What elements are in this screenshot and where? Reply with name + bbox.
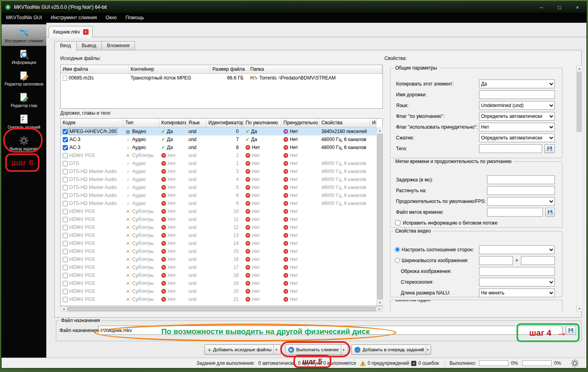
track-row[interactable]: DTS♪Аудио×Нетund1×Нет×Нет48000 Гц, 6 кан… [61, 159, 376, 167]
column-header[interactable]: Имя файла [61, 65, 129, 74]
fix-bitstream-checkbox[interactable] [395, 220, 400, 225]
track-checkbox[interactable] [63, 129, 68, 134]
dimensions-radio[interactable] [395, 258, 400, 263]
add-source-files-button[interactable]: + Добавить исходные файлы ▾ [204, 344, 281, 355]
track-row[interactable]: DTS-HD Master Audio♪Аудио×Нетund5×Нет×Не… [61, 183, 376, 191]
column-header[interactable]: Папка [248, 65, 382, 74]
track-row[interactable]: HDMV PGSAСубтитры×Нетund11×Нет×Нет [61, 215, 376, 223]
sidebar-item-job-queue[interactable]: Очередь заданий [2, 111, 46, 132]
height-input[interactable] [521, 256, 555, 265]
timestamps-input[interactable] [487, 208, 543, 217]
scroll-up-arrow[interactable]: ▴ [377, 127, 383, 133]
menu-item-0[interactable]: MKVToolNix GUI [2, 13, 46, 23]
minimize-button[interactable]: – [533, 2, 550, 13]
track-row[interactable]: HDMV PGSAСубтитры×Нетund19×Нет×Нет [61, 279, 376, 287]
track-checkbox[interactable] [63, 289, 68, 294]
track-checkbox[interactable] [63, 281, 68, 286]
track-row[interactable]: HDMV PGSAСубтитры×Нетund20×Нет×Нет [61, 287, 376, 295]
maximize-button[interactable]: □ [550, 2, 568, 13]
track-row[interactable]: HDMV PGSAСубтитры×Нетund10×Нет×Нет [61, 207, 376, 215]
cropping-input[interactable] [479, 267, 555, 276]
track-checkbox[interactable] [63, 273, 68, 278]
subtab-1[interactable]: Вывод [77, 41, 102, 50]
scroll-thumb[interactable] [377, 134, 382, 299]
track-checkbox[interactable] [63, 185, 68, 190]
menu-item-2[interactable]: Окно [101, 13, 121, 23]
general-select[interactable]: Undetermined (und) [479, 101, 555, 110]
track-row[interactable]: HDMV PGSAСубтитры×Нетund17×Нет×Нет [61, 263, 376, 271]
subtab-0[interactable]: Ввод [54, 41, 77, 51]
scroll-down-arrow[interactable]: ▾ [576, 306, 582, 312]
general-select[interactable]: Определить автоматически [479, 112, 555, 121]
subtab-2[interactable]: Вложения [102, 41, 135, 50]
timestamps-select[interactable] [487, 197, 555, 206]
column-header[interactable]: Идентификатор [206, 119, 244, 127]
track-row[interactable]: AC-3♪Аудио✓Даund7✓Да×Нет48000 Гц, 6 кана… [61, 135, 376, 143]
file-tab[interactable]: Хищник.mkv × [49, 26, 93, 38]
track-checkbox[interactable] [63, 193, 68, 198]
general-input[interactable] [479, 144, 542, 153]
add-to-job-queue-button[interactable]: → Добавить в очередь заданий ▾ [351, 344, 431, 355]
column-header[interactable]: Им [370, 119, 376, 127]
timestamps-browse-button[interactable] [545, 208, 555, 217]
tracks-vertical-scrollbar[interactable]: ▴ ▾ [376, 127, 382, 306]
track-checkbox[interactable] [63, 137, 68, 142]
track-row[interactable]: DTS-HD Master Audio♪Аудио×Нетund3×Нет×Не… [61, 167, 376, 175]
nalu-select[interactable]: Не менять [479, 288, 555, 297]
track-checkbox[interactable] [63, 233, 68, 238]
track-row[interactable]: HDMV PGSAСубтитры×Нетund13×Нет×Нет [61, 231, 376, 239]
track-checkbox[interactable] [63, 201, 68, 206]
scroll-down-arrow[interactable]: ▾ [377, 300, 383, 306]
column-header[interactable]: Язык [186, 119, 206, 127]
timestamps-input[interactable] [487, 175, 555, 184]
track-checkbox[interactable] [63, 145, 68, 150]
track-checkbox[interactable] [63, 257, 68, 262]
track-checkbox[interactable] [63, 297, 68, 302]
scroll-right-arrow[interactable]: ▸ [376, 306, 382, 312]
track-row[interactable]: HDMV PGSAСубтитры×Нетund18×Нет×Нет [61, 271, 376, 279]
column-header[interactable]: Свойства [319, 119, 370, 127]
sidebar-item-info[interactable]: Информация [2, 46, 46, 68]
track-row[interactable]: HDMV PGSAСубтитры×Нетund21×Нет×Нет [61, 295, 376, 303]
track-row[interactable]: DTS-HD Master Audio♪Аудио×Нетund6×Нет×Не… [61, 191, 376, 199]
column-header[interactable]: Копировать э [159, 119, 186, 127]
add-source-dropdown-arrow[interactable]: ▾ [273, 345, 279, 354]
sidebar-item-header-editor[interactable]: Редактор заголовков [2, 68, 46, 89]
track-checkbox[interactable] [63, 169, 68, 174]
aspect-ratio-radio[interactable] [395, 247, 400, 252]
sidebar-item-job-output[interactable]: Вывод задания [2, 132, 46, 154]
track-row[interactable]: MPEG-H/HEVC/h.265▦Видео✓Даund0✓Да×Нет384… [61, 127, 376, 135]
track-checkbox[interactable] [63, 153, 68, 158]
column-header[interactable]: Контейнер [129, 65, 210, 74]
column-header[interactable]: Размер файла [210, 65, 248, 74]
track-checkbox[interactable] [63, 209, 68, 214]
scroll-thumb[interactable] [577, 72, 582, 132]
stereoscopy-select[interactable] [479, 278, 555, 286]
sidebar-item-merge-tool[interactable]: Инструмент слияния [2, 24, 46, 46]
scroll-left-arrow[interactable]: ◂ [61, 306, 67, 312]
track-row[interactable]: HDMV PGSAСубтитры×Нетund12×Нет×Нет [61, 223, 376, 231]
source-file-row[interactable]: 00685.m2tsТранспортный поток MPEG66.6 ГБ… [61, 74, 382, 82]
track-row[interactable]: DTS-HD Master Audio♪Аудио×Нетund9×Нет×Не… [61, 199, 376, 207]
track-row[interactable]: HDMV PGSAСубтитры×Нетund16×Нет×Нет [61, 255, 376, 263]
track-checkbox[interactable] [63, 161, 68, 166]
column-header[interactable]: Принудительно [281, 119, 319, 127]
timestamps-input[interactable] [487, 186, 555, 195]
column-header[interactable]: По умолчанию [244, 119, 281, 127]
track-checkbox[interactable] [63, 241, 68, 246]
track-row[interactable]: HDMV PGSAСубтитры×Нетund15×Нет×Нет [61, 247, 376, 255]
scroll-thumb[interactable] [67, 307, 376, 311]
properties-vertical-scrollbar[interactable]: ▴ ▾ [576, 66, 582, 312]
general-select[interactable]: Нет [479, 123, 555, 131]
add-to-job-queue-dropdown-arrow[interactable]: ▾ [426, 345, 429, 354]
destination-browse-button[interactable] [566, 326, 576, 335]
close-button[interactable]: × [568, 2, 586, 13]
track-checkbox[interactable] [63, 265, 68, 270]
column-header[interactable]: Тип [123, 119, 159, 127]
scroll-up-arrow[interactable]: ▴ [576, 66, 582, 72]
track-checkbox[interactable] [63, 217, 68, 222]
track-row[interactable]: DTS-HD Master Audio♪Аудио×Нетund4×Нет×Не… [61, 175, 376, 183]
tab-close-button[interactable]: × [83, 29, 89, 35]
track-row[interactable]: HDMV PGSAСубтитры×Нетund14×Нет×Нет [61, 239, 376, 247]
track-checkbox[interactable] [63, 225, 68, 230]
